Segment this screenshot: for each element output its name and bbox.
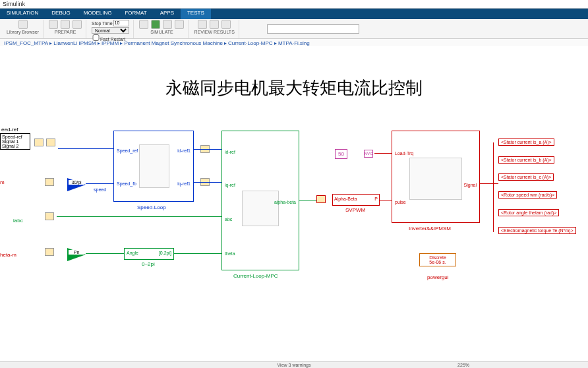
- stop-time-label: Stop Time: [92, 20, 113, 25]
- bus-out-3[interactable]: <Rotor speed wm (rad/s)>: [498, 191, 557, 199]
- tab-format[interactable]: FORMAT: [118, 9, 153, 19]
- wire: [57, 216, 221, 217]
- pg-line1: Discrete: [423, 255, 453, 260]
- angle-out: [0,2pi]: [159, 251, 171, 255]
- gain-30pi-text: 30/pi: [69, 180, 84, 185]
- block-const-50[interactable]: 50: [335, 149, 347, 159]
- outport-speedref[interactable]: [34, 138, 44, 146]
- wire: [174, 253, 221, 254]
- signal-icon[interactable]: [49, 20, 58, 29]
- port-pulse: pulse: [395, 200, 406, 204]
- wire: [374, 153, 392, 154]
- group-prepare: PREPARE: [45, 20, 86, 38]
- status-zoom[interactable]: 225%: [457, 363, 469, 367]
- wire: [58, 148, 113, 149]
- m-label: m: [0, 179, 5, 185]
- from-theta[interactable]: [45, 248, 54, 256]
- wire: [480, 183, 498, 184]
- inverter-label: Inverter&&IPMSM: [409, 226, 451, 231]
- logic-analyzer-icon[interactable]: [210, 20, 219, 29]
- from-iabc[interactable]: [45, 212, 54, 220]
- speed-loop-label: Speed-Loop: [137, 204, 166, 210]
- library-browser-label: Library Browser: [7, 30, 39, 34]
- block-svpwm[interactable]: Alpha-Beta P: [332, 194, 380, 206]
- speed-label: speed: [94, 187, 106, 192]
- tab-tests[interactable]: TESTS: [181, 9, 211, 19]
- stop-time-input[interactable]: [113, 20, 129, 26]
- theta-m-label: heta-m: [0, 252, 16, 258]
- sig1: Signal 1: [2, 139, 28, 144]
- block-current-loop[interactable]: id-ref iq-ref abc theta alpha-beta: [221, 131, 299, 270]
- fast-restart-check[interactable]: [92, 34, 100, 41]
- wire: [86, 183, 113, 184]
- library-browser-icon[interactable]: [18, 20, 28, 29]
- inverter-inner: [409, 158, 462, 200]
- group-simulate: SIMULATE: [135, 20, 189, 38]
- port-theta: theta: [225, 251, 235, 256]
- block-inverter[interactable]: Load-Trq pulse Signal: [392, 131, 480, 223]
- angle-in: Angle: [127, 251, 138, 255]
- block-angle-conv[interactable]: Angle [0,2pi]: [124, 248, 174, 260]
- tab-apps[interactable]: APPS: [154, 9, 181, 19]
- port-alphabeta: alpha-beta: [274, 200, 296, 204]
- wire: [299, 200, 316, 200]
- speed-loop-inner: [139, 144, 169, 188]
- port-alpha-beta-in: Alpha-Beta: [334, 197, 357, 201]
- current-loop-inner: [242, 191, 279, 226]
- bus-out-2[interactable]: <Stator current is_c (A)>: [498, 173, 554, 181]
- port-speed-fb: Speed_fb: [117, 181, 136, 186]
- window-title: Simulink: [0, 0, 588, 9]
- signal-table-icon[interactable]: [61, 20, 70, 29]
- toolstrip: Library Browser PREPARE Stop Time Normal…: [0, 19, 588, 39]
- prepare-label: PREPARE: [55, 30, 76, 34]
- stop-icon[interactable]: [175, 20, 184, 29]
- ribbon-tabs: SIMULATION DEBUG MODELING FORMAT APPS TE…: [0, 9, 588, 19]
- step-back-icon[interactable]: [139, 20, 148, 29]
- iabc-label: iabc: [13, 218, 23, 224]
- status-center[interactable]: View 3 warnings: [278, 363, 311, 367]
- block-speed-loop[interactable]: Speed_ref Speed_fb id-ref1 iq-ref1: [113, 131, 194, 202]
- signal-builder[interactable]: Speed-ref Signal 1 Signal 2: [0, 133, 30, 150]
- mux-svpwm[interactable]: [316, 195, 326, 203]
- mode-select[interactable]: Normal: [92, 27, 129, 34]
- port-speed-ref: Speed_ref: [117, 148, 138, 153]
- group-library: Library Browser: [3, 20, 44, 38]
- group-review: REVIEW RESULTS: [190, 20, 239, 38]
- gain-pn[interactable]: Pn: [67, 248, 86, 261]
- gain-30pi[interactable]: 30/pi: [67, 178, 86, 191]
- run-icon[interactable]: [151, 20, 160, 29]
- bus-out-4[interactable]: <Rotor angle thetam (rad)>: [498, 209, 559, 216]
- wire: [380, 200, 392, 200]
- viewers-icon[interactable]: [73, 20, 82, 29]
- review-label: REVIEW RESULTS: [194, 30, 234, 34]
- step-forward-icon[interactable]: [163, 20, 172, 29]
- port-id-ref1: id-ref1: [177, 148, 191, 153]
- wire: [194, 149, 221, 150]
- canvas[interactable]: 永磁同步电机最大转矩电流比控制 eed-ref Speed-ref Signal…: [0, 46, 588, 361]
- from-wm[interactable]: [45, 178, 54, 186]
- port-iq-ref1: iq-ref1: [177, 181, 191, 186]
- pg-line2: 5e-06 s.: [423, 260, 453, 264]
- port-load-trq: Load-Trq: [395, 151, 413, 156]
- sig0: Speed-ref: [2, 135, 28, 139]
- search-input[interactable]: [267, 24, 359, 34]
- statusbar: View 3 warnings 225%: [0, 361, 588, 368]
- goto-speedref[interactable]: [46, 138, 55, 146]
- tab-simulation[interactable]: SIMULATION: [0, 9, 45, 19]
- sig2: Signal 2: [2, 144, 28, 148]
- bus-out-1[interactable]: <Stator current is_b (A)>: [498, 156, 554, 164]
- wire: [86, 253, 124, 254]
- block-nvc[interactable]: NVC: [364, 150, 373, 158]
- data-inspector-icon[interactable]: [198, 20, 207, 29]
- bus-out-5[interactable]: <Electromagnetic torque Te (N*m)>: [498, 227, 576, 234]
- port-idref: id-ref: [225, 150, 235, 154]
- port-P: P: [374, 197, 378, 201]
- speed-ref-net: eed-ref: [1, 127, 18, 133]
- tab-debug[interactable]: DEBUG: [45, 9, 76, 19]
- bus-out-0[interactable]: <Stator current is_a (A)>: [498, 138, 554, 146]
- birds-eye-icon[interactable]: [221, 20, 231, 29]
- current-loop-label: Current-Loop-MPC: [233, 273, 278, 279]
- block-powergui[interactable]: Discrete 5e-06 s.: [419, 253, 456, 266]
- tab-modeling[interactable]: MODELING: [77, 9, 119, 19]
- wire: [493, 142, 494, 232]
